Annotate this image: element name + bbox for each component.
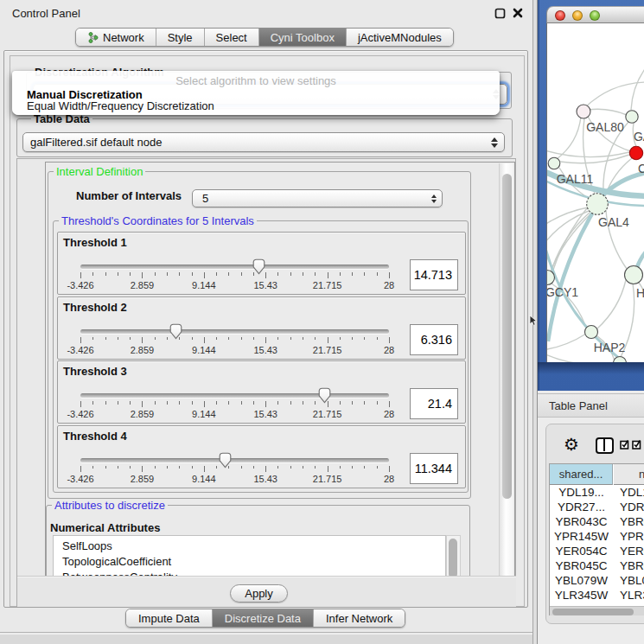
slider-track[interactable] bbox=[80, 393, 389, 398]
slider-thumb[interactable] bbox=[318, 387, 331, 404]
minor-tick bbox=[303, 401, 303, 405]
checkbox-icon[interactable] bbox=[632, 439, 642, 450]
tab-cyni-toolbox[interactable]: Cyni Toolbox bbox=[258, 29, 346, 46]
minor-tick bbox=[216, 401, 217, 405]
dropdown-option-equal-width[interactable]: Equal Width/Frequency Discretization bbox=[27, 99, 214, 112]
tab-label: Impute Data bbox=[138, 612, 200, 625]
minor-tick bbox=[253, 401, 254, 405]
minor-tick bbox=[130, 401, 131, 405]
network-node-hnode[interactable] bbox=[625, 266, 643, 284]
attributes-scrollbar-thumb[interactable] bbox=[449, 539, 457, 577]
column-header-shared-name[interactable]: shared... bbox=[550, 464, 613, 485]
network-node-red[interactable] bbox=[629, 146, 642, 159]
table-row[interactable]: YBR043CYBR04 bbox=[550, 514, 644, 529]
window-shadow bbox=[538, 362, 644, 374]
attributes-list-scrollbar[interactable] bbox=[446, 535, 461, 577]
tick-label: 28 bbox=[384, 409, 394, 419]
table-row[interactable]: YLR345WYLR34 bbox=[550, 588, 644, 603]
settings-scrollbar[interactable] bbox=[499, 163, 513, 577]
split-columns-icon[interactable] bbox=[596, 437, 614, 454]
minor-tick bbox=[167, 466, 168, 469]
table-hscrollbar[interactable] bbox=[550, 606, 644, 615]
subtab-infer-network[interactable]: Infer Network bbox=[313, 609, 405, 627]
checkbox-icon[interactable] bbox=[620, 439, 630, 450]
threshold-value-field[interactable]: 21.4 bbox=[410, 388, 458, 419]
network-node-hap2[interactable] bbox=[585, 326, 598, 339]
minor-tick bbox=[253, 337, 254, 341]
minimize-traffic-light[interactable] bbox=[572, 10, 583, 21]
minor-tick bbox=[192, 272, 193, 276]
table-row[interactable]: YDR27...YDR27 bbox=[550, 500, 644, 514]
threshold-value-field[interactable]: 14.713 bbox=[410, 259, 458, 290]
cell-shared-name: YER054C bbox=[550, 544, 613, 558]
table-hscrollbar-thumb[interactable] bbox=[552, 609, 634, 615]
table-row[interactable]: YBL079WYBL07 bbox=[550, 573, 644, 588]
minor-tick bbox=[216, 466, 217, 469]
minor-tick bbox=[192, 337, 193, 341]
tick-label: 15.43 bbox=[253, 345, 277, 355]
minor-tick bbox=[105, 466, 106, 469]
subtab-impute-data[interactable]: Impute Data bbox=[126, 609, 212, 627]
tab-network[interactable]: Network bbox=[76, 29, 156, 46]
minor-tick bbox=[92, 272, 93, 276]
slider-track[interactable] bbox=[80, 329, 389, 334]
tick-label: 15.43 bbox=[253, 474, 277, 484]
tick-label: 28 bbox=[384, 345, 394, 355]
minor-tick bbox=[352, 272, 353, 276]
threshold-value-field[interactable]: 11.344 bbox=[410, 453, 458, 484]
attributes-list[interactable]: SelfLoopsTopologicalCoefficientBetweenne… bbox=[53, 535, 446, 577]
network-node-pink[interactable] bbox=[577, 105, 590, 118]
minor-tick bbox=[364, 272, 365, 276]
minor-tick bbox=[364, 337, 365, 341]
network-node-greentop[interactable] bbox=[626, 111, 638, 123]
cell-name: YBL07 bbox=[620, 573, 644, 588]
tick-label: 28 bbox=[384, 280, 394, 290]
interval-group-title: Interval Definition bbox=[54, 165, 145, 178]
major-tick bbox=[328, 337, 328, 343]
tab-style[interactable]: Style bbox=[156, 29, 204, 46]
tab-label: Select bbox=[216, 31, 247, 44]
tab-select[interactable]: Select bbox=[204, 29, 258, 46]
slider-track[interactable] bbox=[80, 458, 389, 462]
table-row[interactable]: YBR045CYBR04 bbox=[550, 558, 644, 573]
minor-tick bbox=[277, 337, 278, 341]
table-row[interactable]: YER054CYER05 bbox=[550, 544, 644, 558]
table-row[interactable]: YDL19...YDL19 bbox=[550, 485, 644, 500]
zoom-traffic-light[interactable] bbox=[590, 10, 600, 21]
slider-track[interactable] bbox=[80, 265, 389, 269]
network-window-titlebar[interactable] bbox=[546, 6, 644, 23]
table-data-combobox[interactable]: galFiltered.sif default node bbox=[22, 132, 505, 152]
minor-tick bbox=[155, 401, 156, 405]
minor-tick bbox=[377, 401, 378, 405]
table-row[interactable]: YPR145WYPR14 bbox=[550, 529, 644, 544]
attribute-item[interactable]: TopologicalCoefficient bbox=[62, 555, 171, 568]
table-panel-region: Table Panel ⚙ shared... na YDL19...YDL19… bbox=[538, 391, 644, 644]
num-intervals-combobox[interactable]: 5 bbox=[192, 189, 443, 207]
tab-jactivemnodules[interactable]: jActiveMNodules bbox=[346, 29, 453, 46]
slider-thumb[interactable] bbox=[219, 452, 232, 469]
threshold-value-field[interactable]: 6.316 bbox=[410, 324, 458, 355]
network-canvas[interactable]: GAL80GACGAL11GAL4GCY1HHAP2 bbox=[546, 23, 644, 362]
attribute-item[interactable]: SelfLoops bbox=[62, 539, 112, 552]
slider-thumb[interactable] bbox=[169, 323, 182, 340]
apply-button[interactable]: Apply bbox=[230, 584, 288, 603]
settings-scrollbar-thumb[interactable] bbox=[502, 174, 512, 499]
minor-tick bbox=[377, 272, 378, 276]
close-icon[interactable] bbox=[512, 7, 524, 19]
cell-shared-name: YBL079W bbox=[550, 573, 613, 588]
cell-name: YER05 bbox=[620, 544, 644, 558]
window-title: Control Panel bbox=[12, 7, 80, 20]
slider-thumb[interactable] bbox=[252, 258, 265, 275]
cell-name: YBR04 bbox=[620, 514, 644, 529]
tick-label: 21.715 bbox=[313, 345, 342, 355]
num-intervals-label: Number of Intervals bbox=[76, 189, 182, 202]
column-header-name[interactable]: na bbox=[614, 464, 644, 485]
major-tick bbox=[204, 272, 205, 278]
float-window-icon[interactable] bbox=[494, 8, 506, 19]
network-node-gal11[interactable] bbox=[548, 157, 560, 169]
gear-icon[interactable]: ⚙ bbox=[564, 434, 579, 455]
subtab-discretize-data[interactable]: Discretize Data bbox=[212, 609, 313, 627]
network-edge bbox=[547, 334, 586, 350]
close-traffic-light[interactable] bbox=[555, 10, 565, 21]
network-node-gal4[interactable] bbox=[587, 194, 609, 215]
